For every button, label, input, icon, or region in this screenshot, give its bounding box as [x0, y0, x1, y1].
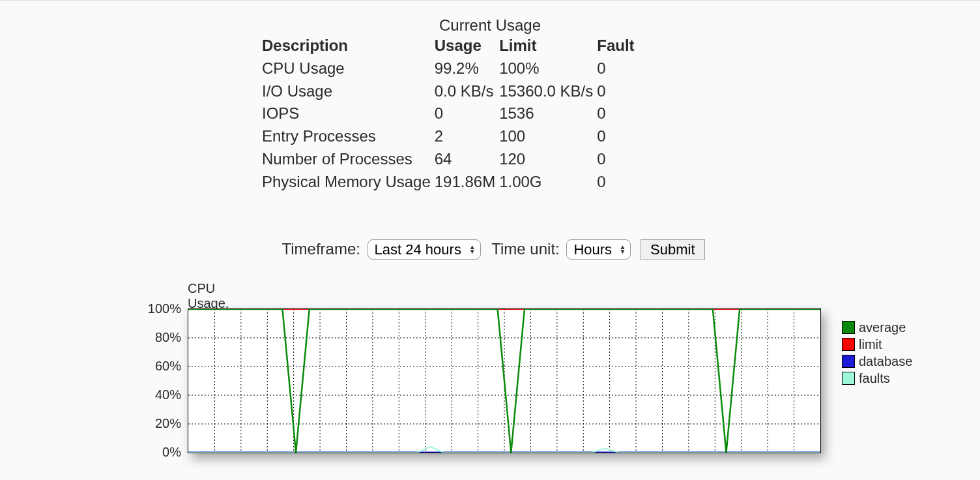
- cell-description: IOPS: [262, 102, 435, 125]
- cell-usage: 2: [435, 125, 499, 148]
- cell-fault: 0: [597, 102, 638, 125]
- legend-swatch: [842, 372, 855, 385]
- table-row: IOPS015360: [262, 102, 639, 125]
- cell-fault: 0: [597, 125, 638, 148]
- cell-description: Number of Processes: [262, 148, 435, 171]
- table-row: Entry Processes21000: [262, 125, 639, 148]
- legend-label: average: [859, 319, 906, 336]
- y-tick: 0%: [125, 445, 181, 460]
- table-row: Number of Processes641200: [262, 148, 639, 171]
- cell-limit: 120: [499, 148, 597, 171]
- timeunit-label: Time unit:: [491, 240, 559, 258]
- legend-item-database: database: [842, 353, 912, 370]
- cell-description: CPU Usage: [262, 57, 435, 80]
- cell-usage: 0.0 KB/s: [435, 80, 499, 103]
- legend-swatch: [842, 338, 855, 351]
- usage-table: Description Usage Limit Fault CPU Usage9…: [262, 35, 639, 194]
- legend-label: limit: [859, 336, 882, 353]
- cell-description: Entry Processes: [262, 125, 435, 148]
- legend-swatch: [842, 321, 855, 334]
- timeframe-label: Timeframe:: [281, 240, 360, 258]
- legend-item-average: average: [842, 319, 912, 336]
- usage-table-title: Current Usage: [262, 16, 718, 35]
- y-tick: 80%: [125, 330, 181, 345]
- legend-swatch: [842, 355, 855, 368]
- cell-usage: 64: [435, 148, 499, 171]
- cell-description: I/O Usage: [262, 80, 435, 103]
- legend-item-limit: limit: [842, 336, 912, 353]
- chart-plot: [188, 308, 821, 453]
- col-fault: Fault: [597, 35, 638, 57]
- submit-button[interactable]: Submit: [641, 239, 704, 260]
- y-tick: 60%: [125, 359, 181, 374]
- table-row: I/O Usage0.0 KB/s15360.0 KB/s0: [262, 80, 639, 103]
- cell-limit: 1.00G: [499, 171, 597, 194]
- y-tick: 40%: [125, 387, 181, 402]
- cell-fault: 0: [597, 57, 638, 80]
- table-row: CPU Usage99.2%100%0: [262, 57, 639, 80]
- y-tick: 100%: [125, 301, 181, 316]
- legend-item-faults: faults: [842, 370, 912, 387]
- col-usage: Usage: [435, 35, 499, 57]
- cell-usage: 0: [435, 102, 499, 125]
- col-limit: Limit: [499, 35, 597, 57]
- col-description: Description: [262, 35, 435, 57]
- cell-limit: 100%: [499, 57, 597, 80]
- chart-y-axis: 0%20%40%60%80%100%: [125, 308, 181, 452]
- cell-limit: 15360.0 KB/s: [499, 80, 597, 103]
- legend-label: faults: [859, 370, 890, 387]
- cell-usage: 191.86M: [435, 171, 499, 194]
- cell-fault: 0: [597, 171, 638, 194]
- timeframe-select[interactable]: Last 24 hours: [368, 239, 481, 260]
- cell-limit: 100: [499, 125, 597, 148]
- y-tick: 20%: [125, 416, 181, 431]
- cell-limit: 1536: [499, 102, 597, 125]
- table-row: Physical Memory Usage191.86M1.00G0: [262, 171, 639, 194]
- timeunit-select[interactable]: Hours: [566, 239, 631, 260]
- cell-fault: 0: [597, 148, 638, 171]
- cell-description: Physical Memory Usage: [262, 171, 435, 194]
- cell-usage: 99.2%: [435, 57, 499, 80]
- chart-legend: averagelimitdatabasefaults: [842, 319, 912, 387]
- legend-label: database: [859, 353, 912, 370]
- cell-fault: 0: [597, 80, 638, 103]
